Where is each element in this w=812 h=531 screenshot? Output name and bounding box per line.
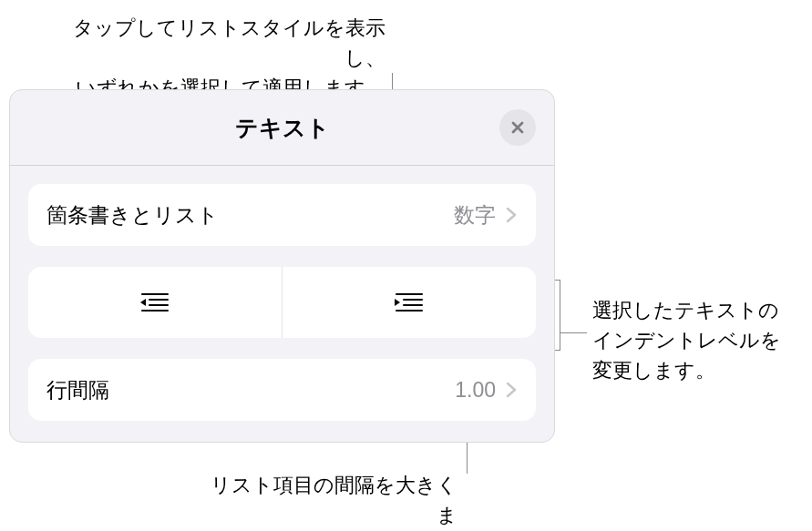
text-format-panel: テキスト 箇条書きとリスト 数字 — [9, 89, 555, 443]
chevron-right-icon — [505, 206, 518, 224]
panel-title: テキスト — [235, 113, 330, 143]
list-style-label: 箇条書きとリスト — [46, 201, 454, 230]
callout-leader-line — [560, 332, 587, 333]
list-style-row[interactable]: 箇条書きとリスト 数字 — [28, 184, 536, 246]
close-button[interactable] — [499, 109, 536, 146]
indent-icon — [393, 290, 426, 315]
callout-bracket-cap — [554, 280, 560, 281]
panel-body: 箇条書きとリスト 数字 — [10, 166, 554, 443]
indent-button[interactable] — [283, 267, 536, 338]
outdent-icon — [139, 290, 171, 315]
indent-controls — [28, 267, 536, 338]
callout-bracket — [560, 280, 560, 351]
line-spacing-row[interactable]: 行間隔 1.00 — [28, 359, 536, 421]
callout-line-spacing: リスト項目の間隔を大きくまたは小さくします。 — [196, 470, 457, 531]
panel-header: テキスト — [10, 90, 554, 166]
list-style-value: 数字 — [454, 201, 496, 230]
callout-bracket-cap — [554, 350, 560, 351]
chevron-right-icon — [505, 381, 518, 399]
close-icon — [509, 119, 526, 136]
outdent-button[interactable] — [28, 267, 283, 338]
line-spacing-label: 行間隔 — [46, 376, 455, 404]
callout-indent: 選択したテキストのインデントレベルを変更します。 — [592, 295, 802, 385]
line-spacing-value: 1.00 — [455, 378, 496, 403]
